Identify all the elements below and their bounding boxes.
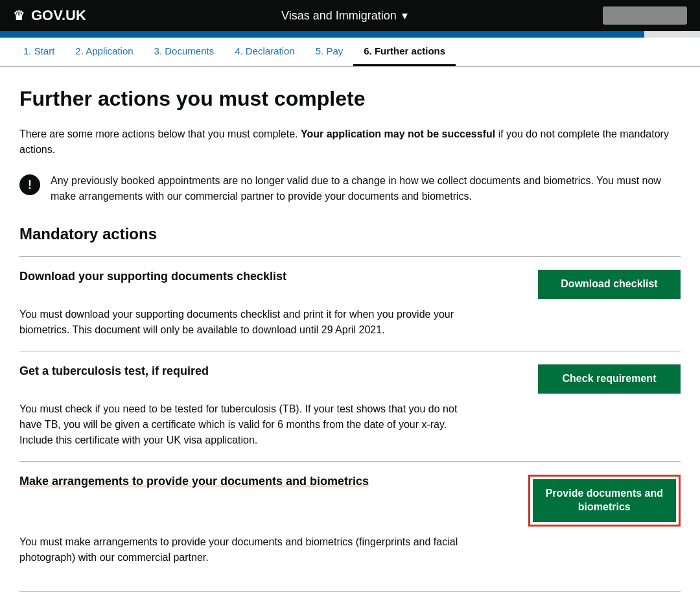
progress-bar-container bbox=[0, 31, 700, 38]
site-header: ♛ GOV.UK Visas and Immigration ▾ bbox=[0, 0, 700, 31]
steps-navigation: 1. Start 2. Application 3. Documents 4. … bbox=[0, 38, 700, 67]
action-title-download: Download your supporting documents check… bbox=[19, 270, 286, 283]
provide-biometrics-button[interactable]: Provide documents and biometrics bbox=[533, 479, 676, 522]
action-title-tb: Get a tuberculosis test, if required bbox=[19, 364, 209, 378]
warning-icon: ! bbox=[19, 174, 40, 195]
check-requirement-button[interactable]: Check requirement bbox=[538, 364, 681, 394]
crown-icon: ♛ bbox=[13, 8, 25, 23]
step-3-documents[interactable]: 3. Documents bbox=[144, 38, 225, 66]
step-5-pay[interactable]: 5. Pay bbox=[305, 38, 354, 66]
provide-biometrics-button-line1: Provide documents and bbox=[546, 488, 663, 499]
provide-biometrics-button-line2: biometrics bbox=[578, 501, 631, 512]
logo-text: GOV.UK bbox=[31, 7, 86, 24]
action-tuberculosis-test: Get a tuberculosis test, if required Che… bbox=[19, 351, 681, 461]
step-2-application[interactable]: 2. Application bbox=[65, 38, 143, 66]
site-title-area: Visas and Immigration ▾ bbox=[281, 8, 408, 23]
action-download-checklist: Download your supporting documents check… bbox=[19, 256, 681, 351]
action-desc-tb: You must check if you need to be tested … bbox=[19, 401, 460, 448]
action-desc-download: You must download your supporting docume… bbox=[19, 307, 460, 338]
button-highlight-wrapper: Provide documents and biometrics bbox=[528, 475, 681, 527]
section-heading: Mandatory actions bbox=[19, 225, 681, 243]
step-4-declaration[interactable]: 4. Declaration bbox=[224, 38, 305, 66]
intro-bold-text: Your application may not be successful bbox=[301, 128, 495, 139]
step-6-further-actions[interactable]: 6. Further actions bbox=[353, 38, 456, 66]
gov-logo[interactable]: ♛ GOV.UK bbox=[13, 7, 86, 24]
warning-text: Any previously booked appointments are n… bbox=[51, 173, 681, 204]
page-title: Further actions you must complete bbox=[19, 86, 681, 111]
progress-bar-fill bbox=[0, 31, 644, 38]
main-content: Further actions you must complete There … bbox=[6, 67, 694, 605]
user-menu[interactable] bbox=[603, 6, 687, 25]
warning-box: ! Any previously booked appointments are… bbox=[19, 173, 681, 204]
step-1-start[interactable]: 1. Start bbox=[13, 38, 65, 66]
action-desc-biometrics: You must make arrangements to provide yo… bbox=[19, 534, 460, 565]
action-provide-biometrics: Make arrangements to provide your docume… bbox=[19, 461, 681, 578]
intro-paragraph: There are some more actions below that y… bbox=[19, 126, 681, 158]
site-title: Visas and Immigration bbox=[281, 9, 397, 23]
bottom-divider bbox=[19, 591, 681, 592]
download-checklist-button[interactable]: Download checklist bbox=[538, 270, 681, 299]
intro-normal-text: There are some more actions below that y… bbox=[19, 128, 298, 139]
dropdown-icon[interactable]: ▾ bbox=[402, 8, 408, 23]
action-title-biometrics: Make arrangements to provide your docume… bbox=[19, 475, 369, 488]
